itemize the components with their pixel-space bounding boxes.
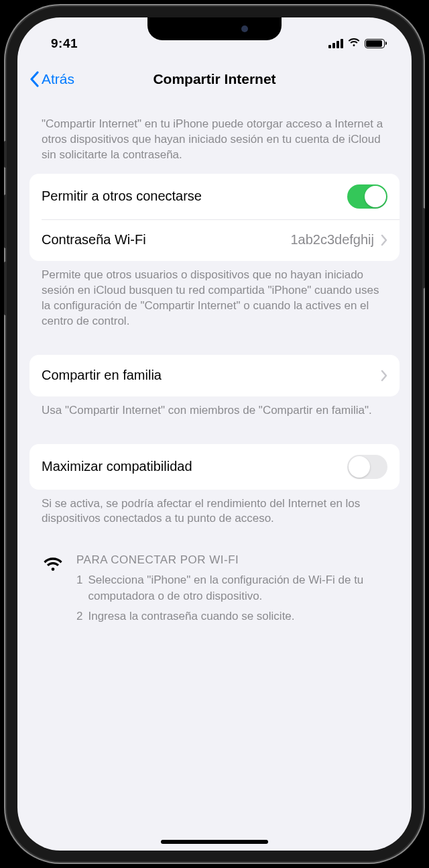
wifi-icon — [347, 36, 361, 51]
wifi-password-value: 1ab2c3defghij — [290, 232, 374, 248]
section3-group: Maximizar compatibilidad — [29, 444, 400, 490]
section1-group: Permitir a otros conectarse Contraseña W… — [29, 174, 400, 261]
wifi-instructions: PARA CONECTAR POR WI-FI 1 Selecciona "iP… — [17, 533, 412, 632]
step-text: Selecciona "iPhone" en la configuración … — [88, 572, 387, 604]
page-title: Compartir Internet — [153, 71, 275, 87]
instructions-title: PARA CONECTAR POR WI-FI — [76, 552, 387, 568]
volume-up-button — [4, 195, 7, 248]
settings-content: "Compartir Internet" en tu iPhone puede … — [17, 103, 412, 646]
step-number: 2 — [76, 608, 82, 625]
instruction-step-2: 2 Ingresa la contraseña cuando se solici… — [76, 608, 387, 625]
section2-footer: Usa "Compartir Internet" con miembros de… — [17, 396, 412, 425]
home-indicator[interactable] — [161, 840, 268, 844]
allow-others-row[interactable]: Permitir a otros conectarse — [29, 174, 400, 219]
allow-others-toggle[interactable] — [347, 184, 387, 209]
section2-group: Compartir en familia — [29, 355, 400, 396]
navigation-bar: Atrás Compartir Internet — [17, 58, 412, 103]
maximize-compat-row[interactable]: Maximizar compatibilidad — [29, 444, 400, 490]
cellular-signal-icon — [328, 39, 343, 48]
toggle-knob — [349, 456, 370, 478]
wifi-password-row[interactable]: Contraseña Wi-Fi 1ab2c3defghij — [29, 219, 400, 261]
front-camera — [241, 25, 248, 32]
section1-footer: Permite que otros usuarios o dispositivo… — [17, 261, 412, 336]
instruction-step-1: 1 Selecciona "iPhone" en la configuració… — [76, 572, 387, 604]
status-indicators — [328, 36, 385, 51]
battery-icon — [365, 39, 385, 48]
wifi-icon — [42, 555, 64, 572]
instructions-content: PARA CONECTAR POR WI-FI 1 Selecciona "iP… — [76, 552, 387, 628]
toggle-knob — [365, 186, 386, 207]
silent-switch — [4, 141, 7, 168]
back-button[interactable]: Atrás — [29, 71, 74, 87]
maximize-compat-toggle[interactable] — [347, 455, 387, 479]
back-label: Atrás — [42, 71, 74, 87]
chevron-right-icon — [381, 370, 387, 382]
chevron-right-icon — [381, 234, 387, 246]
wifi-password-label: Contraseña Wi-Fi — [42, 232, 290, 248]
notch — [147, 17, 282, 40]
section1-header: "Compartir Internet" en tu iPhone puede … — [17, 103, 412, 174]
status-time: 9:41 — [51, 36, 78, 51]
family-sharing-row[interactable]: Compartir en familia — [29, 355, 400, 396]
phone-screen: 9:41 Atrás Compartir Internet "Co — [17, 17, 412, 851]
power-button — [422, 208, 425, 288]
step-number: 1 — [76, 572, 82, 604]
maximize-compat-label: Maximizar compatibilidad — [42, 459, 347, 474]
allow-others-label: Permitir a otros conectarse — [42, 188, 347, 204]
chevron-left-icon — [29, 71, 39, 87]
volume-down-button — [4, 262, 7, 315]
section3-footer: Si se activa, se podría afectar el rendi… — [17, 490, 412, 534]
phone-frame: 9:41 Atrás Compartir Internet "Co — [7, 7, 422, 861]
step-text: Ingresa la contraseña cuando se solicite… — [88, 608, 294, 625]
family-sharing-label: Compartir en familia — [42, 368, 381, 383]
